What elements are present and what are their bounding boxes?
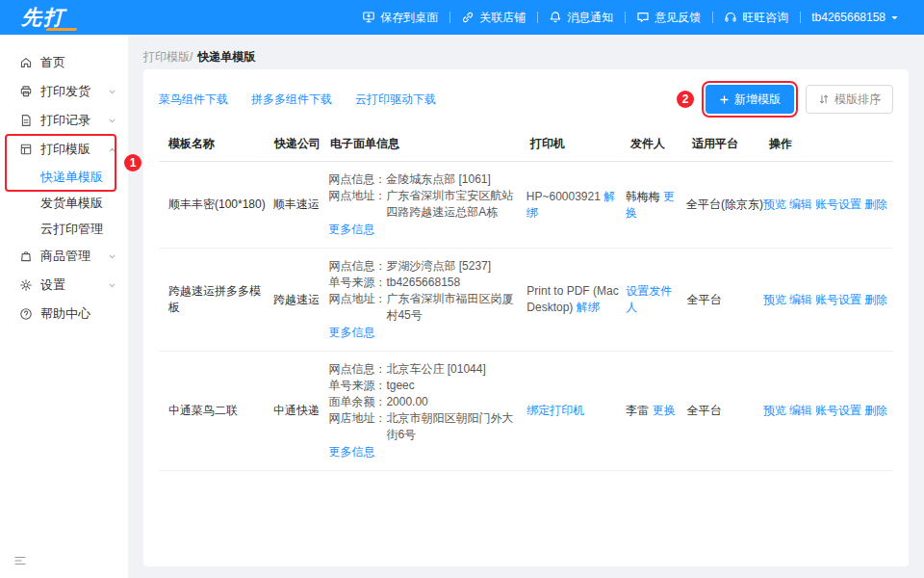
waybill-value: 罗湖沙湾点部 [5237] <box>386 258 491 275</box>
sidebar-label-print-ship: 打印发货 <box>40 83 108 100</box>
waybill-label: 网店地址： <box>328 410 386 443</box>
delete-link[interactable]: 删除 <box>864 292 887 308</box>
waybill-label: 网点地址： <box>328 188 386 221</box>
waybill-value: 北京市朝阳区朝阳门外大街6号 <box>386 410 521 443</box>
sort-templates-button[interactable]: 模版排序 <box>806 85 893 114</box>
edit-link[interactable]: 编辑 <box>789 197 812 213</box>
col-printer: 打印机 <box>530 136 630 152</box>
template-icon <box>19 143 33 156</box>
col-waybill-info: 电子面单信息 <box>330 136 530 152</box>
logo-text: 先打 <box>21 4 65 31</box>
sidebar-label-print-template: 打印模版 <box>40 141 108 158</box>
delete-link[interactable]: 删除 <box>864 197 887 213</box>
edit-link[interactable]: 编辑 <box>789 403 812 419</box>
col-operations: 操作 <box>769 136 893 152</box>
sidebar-item-print-ship[interactable]: 打印发货 <box>0 77 128 106</box>
waybill-label: 单号来源： <box>328 275 386 291</box>
sender-name: 韩梅梅 <box>626 190 660 203</box>
printer-name: HP~60003921 <box>526 190 601 203</box>
change-sender-link[interactable]: 更换 <box>653 404 676 417</box>
col-sender: 发件人 <box>630 136 692 152</box>
more-info-link[interactable]: 更多信息 <box>328 222 374 238</box>
sidebar-item-goods[interactable]: 商品管理 <box>0 242 128 271</box>
waybill-value: 金陵城东点部 [1061] <box>386 171 491 188</box>
waybill-label: 网点地址： <box>328 291 386 324</box>
save-to-desktop-item[interactable]: 保存到桌面 <box>350 0 449 35</box>
delete-link[interactable]: 删除 <box>864 403 887 419</box>
table-header: 模板名称 快递公司 电子面单信息 打印机 发件人 适用平台 操作 <box>159 127 893 162</box>
user-menu[interactable]: tb4265668158 <box>800 0 911 35</box>
plus-icon <box>719 94 730 105</box>
link-shop-item[interactable]: 关联店铺 <box>449 0 537 35</box>
waybill-value: tgeec <box>386 378 414 394</box>
user-name: tb4265668158 <box>811 11 886 24</box>
set-sender-link[interactable]: 设置发件人 <box>626 284 672 314</box>
express-company: 跨越速运 <box>273 292 328 308</box>
printer-icon <box>19 85 33 98</box>
unbind-printer-link[interactable]: 解绑 <box>577 301 600 314</box>
notifications-item[interactable]: 消息通知 <box>537 0 625 35</box>
col-express-company: 快递公司 <box>274 136 330 152</box>
preview-link[interactable]: 预览 <box>763 197 786 213</box>
feedback-item[interactable]: 意见反馈 <box>625 0 712 35</box>
wangwang-consult-item[interactable]: 旺旺咨询 <box>712 0 800 35</box>
waybill-value: 广东省深圳市福田区岗厦村45号 <box>386 291 521 324</box>
bind-printer-link[interactable]: 绑定打印机 <box>526 404 584 417</box>
platform: 全平台(除京东) <box>686 197 763 213</box>
save-desktop-icon <box>362 11 375 24</box>
annotation-step-2: 2 <box>677 91 694 108</box>
notifications-label: 消息通知 <box>567 10 613 26</box>
table-row: 跨越速运拼多多模板 跨越速运 网点信息：罗湖沙湾点部 [5237] 单号来源：t… <box>159 249 893 352</box>
more-info-link[interactable]: 更多信息 <box>328 325 374 341</box>
waybill-info-cell: 网点信息：北京车公庄 [01044] 单号来源：tgeec 面单余额：2000.… <box>328 361 526 460</box>
platform: 全平台 <box>687 403 763 419</box>
sidebar-item-print-record[interactable]: 打印记录 <box>0 106 128 135</box>
account-settings-link[interactable]: 账号设置 <box>815 197 861 213</box>
chevron-down-icon <box>108 117 116 125</box>
chevron-down-icon <box>108 252 116 261</box>
account-settings-link[interactable]: 账号设置 <box>815 292 861 308</box>
header-menu: 保存到桌面 关联店铺 消息通知 意见反馈 旺旺咨询 tb <box>350 0 911 35</box>
operations-cell: 预览 编辑 账号设置 删除 <box>763 403 893 419</box>
cloud-driver-download-link[interactable]: 云打印驱动下载 <box>355 92 436 108</box>
more-info-link[interactable]: 更多信息 <box>328 444 374 460</box>
collapse-sidebar-button[interactable] <box>13 554 27 570</box>
express-company: 顺丰速运 <box>273 197 328 213</box>
pinduoduo-download-link[interactable]: 拼多多组件下载 <box>251 92 332 108</box>
template-name: 中通菜鸟二联 <box>168 403 273 419</box>
edit-link[interactable]: 编辑 <box>789 292 812 308</box>
sidebar-subitem-shipping-template[interactable]: 发货单模版 <box>0 190 128 216</box>
breadcrumb-current: 快递单模版 <box>197 49 255 66</box>
top-header: 先打 保存到桌面 关联店铺 消息通知 意见反馈 <box>0 0 924 35</box>
content-card: 菜鸟组件下载 拼多多组件下载 云打印驱动下载 2 新增模版 模版排序 <box>143 69 909 566</box>
account-settings-link[interactable]: 账号设置 <box>815 403 861 419</box>
cainiao-download-link[interactable]: 菜鸟组件下载 <box>159 92 228 108</box>
feedback-icon <box>636 11 650 24</box>
sidebar-subitem-express-template[interactable]: 快递单模版 <box>0 164 128 190</box>
waybill-info-cell: 网点信息：罗湖沙湾点部 [5237] 单号来源：tb4265668158 网点地… <box>328 258 526 341</box>
sidebar-item-help-center[interactable]: 帮助中心 <box>0 300 128 328</box>
sidebar-item-settings[interactable]: 设置 <box>0 271 128 300</box>
sidebar-label-print-record: 打印记录 <box>40 112 108 129</box>
app-logo[interactable]: 先打 <box>21 0 79 35</box>
platform: 全平台 <box>687 292 763 308</box>
table-row: 顺丰丰密(100*180) 顺丰速运 网点信息：金陵城东点部 [1061] 网点… <box>159 162 893 249</box>
sidebar-item-home[interactable]: 首页 <box>0 48 128 77</box>
preview-link[interactable]: 预览 <box>763 403 786 419</box>
toolbar-right: 2 新增模版 模版排序 <box>677 85 893 114</box>
preview-link[interactable]: 预览 <box>763 292 786 308</box>
add-template-button[interactable]: 新增模版 <box>706 85 794 114</box>
breadcrumb-parent[interactable]: 打印模版 <box>143 49 190 66</box>
printer-cell: HP~60003921 解绑 <box>526 189 626 222</box>
download-links: 菜鸟组件下载 拼多多组件下载 云打印驱动下载 <box>159 92 436 108</box>
sidebar-item-print-template[interactable]: 打印模版 <box>0 135 128 164</box>
sidebar-subitem-cloud-print[interactable]: 云打印管理 <box>0 216 128 242</box>
annotation-step-1: 1 <box>124 154 141 171</box>
main-content: 打印模版/ 快递单模版 菜鸟组件下载 拼多多组件下载 云打印驱动下载 2 新增模… <box>128 35 924 578</box>
waybill-label: 网点信息： <box>328 171 386 188</box>
waybill-label: 单号来源： <box>328 378 386 394</box>
sort-templates-label: 模版排序 <box>834 92 881 108</box>
sender-cell: 韩梅梅 更换 <box>626 189 686 222</box>
save-to-desktop-label: 保存到桌面 <box>380 10 438 26</box>
link-shop-label: 关联店铺 <box>479 10 526 26</box>
